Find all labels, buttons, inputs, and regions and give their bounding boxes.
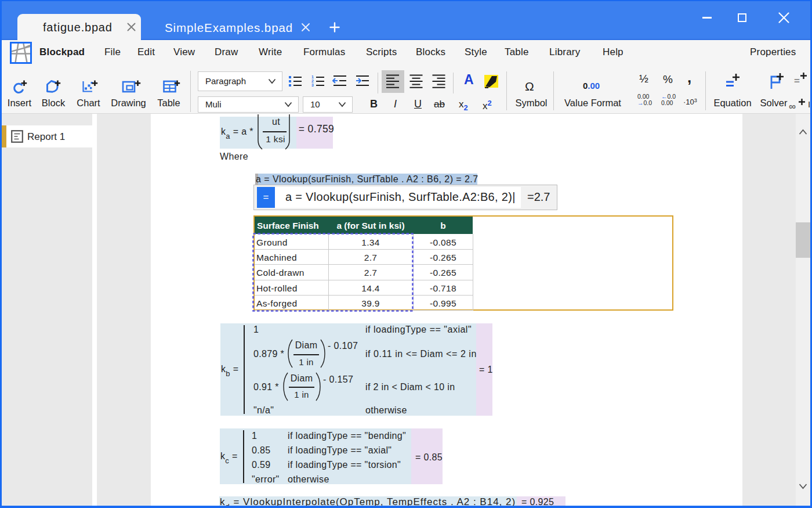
svg-text:3: 3: [311, 83, 314, 87]
svg-text:1: 1: [311, 75, 314, 79]
svg-text:2: 2: [311, 79, 314, 83]
